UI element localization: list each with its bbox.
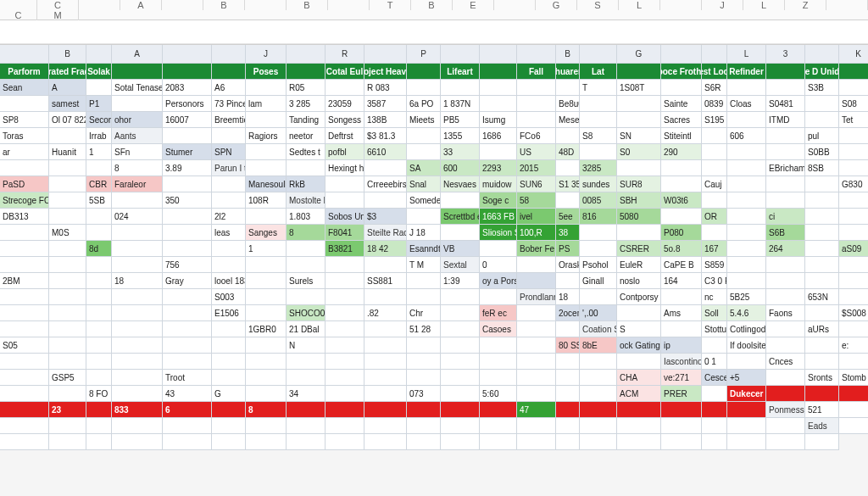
cell[interactable]: Ol 07 82274 — [49, 112, 86, 128]
column-header[interactable]: 3 — [766, 45, 805, 64]
row-label[interactable]: Coation Stigs 69 — [580, 321, 617, 337]
cell[interactable] — [480, 80, 517, 96]
cell[interactable]: .82 — [364, 305, 407, 321]
cell[interactable]: EuleR — [617, 257, 661, 273]
cell[interactable]: Cotlingod — [727, 321, 766, 337]
cell[interactable] — [805, 305, 839, 321]
cell[interactable] — [212, 370, 246, 386]
cell[interactable] — [212, 434, 246, 450]
cell[interactable] — [839, 80, 868, 96]
cell[interactable] — [49, 273, 86, 289]
cell[interactable] — [364, 402, 407, 418]
cell[interactable] — [839, 418, 868, 434]
cell[interactable]: 34 — [287, 386, 326, 402]
cell[interactable] — [0, 305, 49, 321]
cell[interactable] — [0, 241, 49, 257]
cell[interactable]: muidow — [480, 176, 517, 192]
cell[interactable] — [556, 192, 580, 209]
cell[interactable]: 0085 — [580, 192, 617, 209]
cell[interactable]: 1686 — [480, 128, 517, 144]
cell[interactable] — [727, 354, 766, 370]
cell[interactable]: SBH — [617, 192, 661, 209]
column-letter[interactable]: S — [577, 0, 619, 10]
cell[interactable]: neetor — [287, 128, 326, 144]
column-letter[interactable] — [660, 0, 702, 10]
cell[interactable] — [556, 370, 580, 386]
cell[interactable]: noslo — [617, 273, 661, 289]
cell[interactable] — [0, 370, 49, 386]
cell[interactable]: ohor — [112, 112, 163, 128]
cell[interactable]: Sotal Tenaser — [112, 80, 163, 96]
cell[interactable] — [407, 434, 441, 450]
cell[interactable] — [617, 402, 661, 418]
cell[interactable]: Be8u0 — [556, 96, 580, 112]
cell[interactable]: 521 — [805, 402, 839, 418]
cell[interactable] — [517, 434, 556, 450]
cell[interactable]: $S008 — [839, 305, 868, 321]
cell[interactable] — [49, 128, 86, 144]
cell[interactable] — [364, 386, 407, 402]
column-letter[interactable]: L — [743, 0, 785, 10]
cell[interactable]: Isumg — [480, 112, 517, 128]
cell[interactable]: 164 — [661, 273, 702, 289]
cell[interactable] — [212, 354, 246, 370]
cell[interactable]: 33 — [441, 144, 480, 160]
row-label[interactable]: ock Gatingen Cwens — [617, 337, 661, 354]
cell[interactable] — [702, 225, 727, 241]
cell[interactable] — [727, 144, 766, 160]
cell[interactable]: 8 — [287, 225, 326, 241]
cell[interactable]: 2083 — [163, 80, 212, 96]
cell[interactable] — [49, 321, 86, 337]
cell[interactable] — [727, 418, 766, 434]
row-label[interactable]: Eads — [805, 418, 839, 434]
cell[interactable]: 8bE — [580, 337, 617, 354]
cell[interactable] — [727, 402, 766, 418]
cell[interactable]: 18 — [556, 289, 580, 305]
cell[interactable] — [839, 144, 868, 160]
column-letter[interactable] — [494, 0, 536, 10]
cell[interactable] — [556, 160, 580, 176]
cell[interactable]: 100,R — [517, 225, 556, 241]
cell[interactable] — [49, 434, 86, 450]
cell[interactable]: VB — [441, 241, 480, 257]
cell[interactable]: C3 0 R — [702, 273, 727, 289]
cell[interactable] — [364, 354, 407, 370]
cell[interactable] — [727, 160, 766, 176]
cell[interactable]: aURs — [805, 321, 839, 337]
cell[interactable] — [364, 160, 407, 176]
cell[interactable] — [661, 321, 702, 337]
cell[interactable] — [766, 337, 805, 354]
cell[interactable] — [49, 209, 86, 225]
column-letter[interactable]: T — [370, 0, 411, 10]
cell[interactable] — [766, 273, 805, 289]
cell[interactable]: Bober Fe rorl — [517, 241, 556, 257]
column-letter[interactable]: B — [411, 0, 453, 10]
cell[interactable] — [556, 434, 580, 450]
cell[interactable]: 8d — [86, 241, 112, 257]
cell[interactable] — [517, 418, 556, 434]
column-letter[interactable]: M — [37, 10, 79, 20]
row-label[interactable]: Mostolte Pimetor — [287, 192, 326, 209]
cell[interactable] — [407, 370, 441, 386]
cell[interactable] — [766, 321, 805, 337]
column-letter[interactable]: J — [702, 0, 743, 10]
cell[interactable]: EBrichamon — [766, 160, 805, 176]
cell[interactable]: 8 FO — [86, 386, 112, 402]
cell[interactable]: 2l2 — [212, 209, 246, 225]
cell[interactable] — [480, 434, 517, 450]
cell[interactable] — [49, 257, 86, 273]
cell[interactable]: S3B — [805, 80, 839, 96]
cell[interactable] — [287, 241, 326, 257]
cell[interactable] — [86, 209, 112, 225]
row-label[interactable]: Steilte Rad mestta — [364, 225, 407, 241]
cell[interactable]: 1GBR0 — [246, 321, 287, 337]
cell[interactable] — [839, 354, 868, 370]
cell[interactable] — [407, 209, 441, 225]
cell[interactable]: ',.00 — [580, 305, 617, 321]
cell[interactable] — [246, 80, 287, 96]
cell[interactable]: 1:39 — [441, 273, 480, 289]
cell[interactable] — [805, 209, 839, 225]
cell[interactable]: P1 — [86, 96, 112, 112]
cell[interactable] — [517, 354, 556, 370]
cell[interactable] — [556, 321, 580, 337]
